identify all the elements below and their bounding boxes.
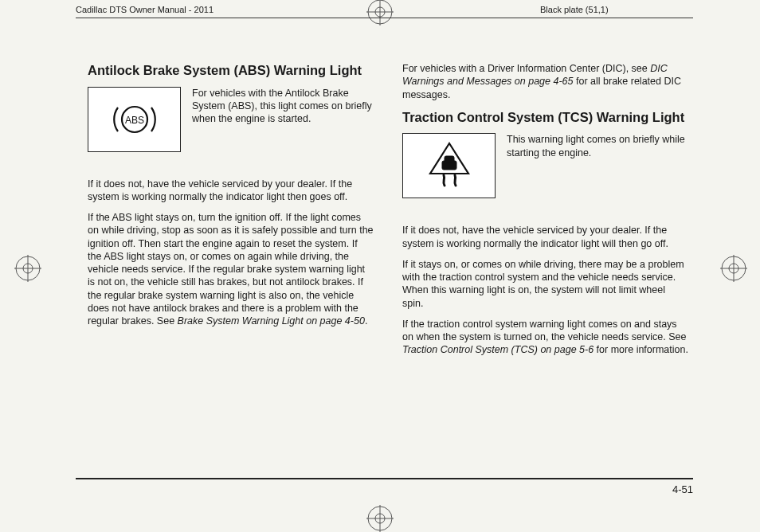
page-body: Antilock Brake System (ABS) Warning Ligh… bbox=[88, 62, 688, 462]
svg-point-5 bbox=[23, 264, 33, 273]
abs-warning-icon: ABS bbox=[88, 87, 181, 152]
cropmark-right-icon bbox=[720, 255, 747, 282]
svg-point-13 bbox=[375, 514, 385, 523]
svg-point-1 bbox=[375, 7, 385, 17]
svg-point-0 bbox=[368, 0, 392, 24]
footer-rule bbox=[76, 478, 693, 479]
dic-para-text: For vehicles with a Driver Information C… bbox=[402, 63, 650, 74]
abs-para-2-tail: . bbox=[365, 315, 367, 327]
header-rule bbox=[76, 18, 693, 18]
svg-point-9 bbox=[729, 264, 738, 273]
cropmark-left-icon bbox=[14, 255, 41, 282]
tcs-para-3-text: If the traction control system warning l… bbox=[402, 319, 686, 342]
tcs-para-3-tail: for more information. bbox=[594, 344, 688, 355]
tcs-para-3-ref: Traction Control System (TCS) on page 5-… bbox=[402, 344, 594, 355]
tcs-warning-icon bbox=[402, 133, 496, 198]
abs-icon-row: ABS For vehicles with the Antilock Brake… bbox=[88, 87, 374, 152]
abs-para-2: If the ABS light stays on, turn the igni… bbox=[88, 211, 374, 327]
tcs-para-2: If it stays on, or comes on while drivin… bbox=[402, 258, 688, 310]
abs-para-1: If it does not, have the vehicle service… bbox=[88, 178, 374, 204]
header-manual-title: Cadillac DTS Owner Manual - 2011 bbox=[76, 5, 214, 14]
header-plate-info: Black plate (51,1) bbox=[540, 5, 609, 14]
tcs-icon-caption: This warning light comes on briefly whil… bbox=[507, 133, 688, 159]
abs-para-2-ref: Brake System Warning Light on page 4-50 bbox=[178, 315, 365, 327]
tcs-icon-row: This warning light comes on briefly whil… bbox=[402, 133, 688, 198]
tcs-para-3: If the traction control system warning l… bbox=[402, 318, 688, 357]
svg-point-12 bbox=[368, 507, 392, 530]
abs-para-2-text: If the ABS light stays on, turn the igni… bbox=[88, 212, 374, 327]
tcs-para-1: If it does not, have the vehicle service… bbox=[402, 224, 688, 250]
tcs-heading: Traction Control System (TCS) Warning Li… bbox=[402, 109, 688, 126]
abs-heading: Antilock Brake System (ABS) Warning Ligh… bbox=[88, 62, 374, 79]
cropmark-bottom-icon bbox=[366, 505, 394, 532]
right-column: For vehicles with a Driver Information C… bbox=[402, 62, 688, 462]
page-number: 4-51 bbox=[672, 483, 693, 495]
cropmark-top-icon bbox=[366, 0, 394, 25]
svg-point-4 bbox=[16, 256, 40, 280]
svg-rect-18 bbox=[445, 156, 454, 162]
left-column: Antilock Brake System (ABS) Warning Ligh… bbox=[88, 62, 374, 462]
svg-point-8 bbox=[722, 256, 746, 280]
abs-icon-label: ABS bbox=[124, 115, 143, 126]
dic-para: For vehicles with a Driver Information C… bbox=[402, 62, 688, 101]
abs-icon-caption: For vehicles with the Antilock Brake Sys… bbox=[192, 87, 374, 126]
